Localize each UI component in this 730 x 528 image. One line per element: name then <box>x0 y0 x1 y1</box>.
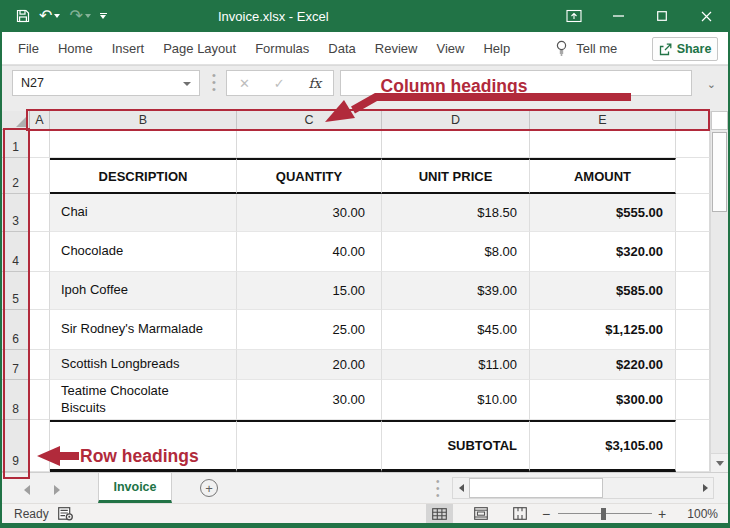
column-header-e[interactable]: E <box>530 111 676 130</box>
cell-f4[interactable] <box>676 232 710 272</box>
normal-view-button[interactable] <box>426 504 453 523</box>
formula-bar-expand-icon[interactable]: ⌄ <box>707 78 716 91</box>
vertical-scrollbar-track[interactable] <box>711 212 728 453</box>
cell-d4[interactable]: $8.00 <box>382 232 530 272</box>
close-button[interactable] <box>684 0 728 32</box>
name-box[interactable]: N27 <box>12 70 200 96</box>
page-break-preview-button[interactable] <box>506 504 533 523</box>
cell-a5[interactable] <box>30 272 50 310</box>
tab-formulas[interactable]: Formulas <box>255 41 309 56</box>
cell-f3[interactable] <box>676 194 710 232</box>
column-header-c[interactable]: C <box>237 111 382 130</box>
insert-function-icon[interactable]: fx <box>308 75 321 91</box>
cell-b1[interactable] <box>50 130 237 158</box>
vertical-scrollbar-thumb[interactable] <box>712 132 727 212</box>
tell-me-box[interactable]: Tell me <box>555 40 617 56</box>
cell-e9-subtotal-amount[interactable]: $3,105.00 <box>530 420 676 472</box>
cell-f6[interactable] <box>676 310 710 350</box>
cell-e2-amount-header[interactable]: AMOUNT <box>530 158 676 194</box>
cell-d6[interactable]: $45.00 <box>382 310 530 350</box>
cell-e8[interactable]: $300.00 <box>530 380 676 420</box>
cell-f1[interactable] <box>676 130 710 158</box>
scroll-left-button[interactable] <box>453 478 469 498</box>
cell-b3[interactable]: Chai <box>50 194 237 232</box>
name-box-dropdown-icon[interactable] <box>183 82 191 86</box>
cell-c3[interactable]: 30.00 <box>237 194 382 232</box>
vertical-scrollbar[interactable] <box>710 111 728 472</box>
undo-dropdown-icon[interactable] <box>54 14 60 18</box>
ribbon-display-options-button[interactable] <box>552 0 596 32</box>
share-button[interactable]: Share <box>652 37 718 61</box>
cell-c7[interactable]: 20.00 <box>237 350 382 380</box>
column-header-d[interactable]: D <box>382 111 530 130</box>
cell-a9[interactable] <box>30 420 50 472</box>
cell-a6[interactable] <box>30 310 50 350</box>
cell-f8[interactable] <box>676 380 710 420</box>
cell-a7[interactable] <box>30 350 50 380</box>
row-header-3[interactable]: 3 <box>2 194 30 232</box>
previous-sheet-icon[interactable] <box>24 485 30 495</box>
row-header-1[interactable]: 1 <box>2 130 30 158</box>
cell-f7[interactable] <box>676 350 710 380</box>
zoom-level[interactable]: 100% <box>687 507 718 521</box>
cancel-entry-icon[interactable]: ✕ <box>239 76 250 91</box>
confirm-entry-icon[interactable]: ✓ <box>274 76 285 91</box>
cell-f2[interactable] <box>676 158 710 194</box>
scroll-down-button[interactable] <box>711 453 728 472</box>
cell-a3[interactable] <box>30 194 50 232</box>
cell-a2[interactable] <box>30 158 50 194</box>
tab-page-layout[interactable]: Page Layout <box>163 41 236 56</box>
redo-button[interactable]: ↷ <box>69 8 90 24</box>
customize-qat-button[interactable] <box>100 13 107 19</box>
cell-c2-quantity-header[interactable]: QUANTITY <box>237 158 382 194</box>
cell-d7[interactable]: $11.00 <box>382 350 530 380</box>
cell-f5[interactable] <box>676 272 710 310</box>
cell-b4[interactable]: Chocolade <box>50 232 237 272</box>
cell-b2-description-header[interactable]: DESCRIPTION <box>50 158 237 194</box>
minimize-button[interactable] <box>596 0 640 32</box>
cell-e6[interactable]: $1,125.00 <box>530 310 676 350</box>
formula-bar-input[interactable] <box>340 70 692 96</box>
cell-d1[interactable] <box>382 130 530 158</box>
cell-c9[interactable] <box>237 420 382 472</box>
select-all-corner[interactable] <box>2 111 30 130</box>
cell-d3[interactable]: $18.50 <box>382 194 530 232</box>
cell-b5[interactable]: Ipoh Coffee <box>50 272 237 310</box>
cell-f9[interactable] <box>676 420 710 472</box>
scroll-right-button[interactable] <box>697 478 713 498</box>
new-sheet-button[interactable]: + <box>200 479 218 497</box>
horizontal-scrollbar[interactable] <box>452 477 714 499</box>
row-header-8[interactable]: 8 <box>2 380 30 420</box>
redo-dropdown-icon[interactable] <box>85 14 91 18</box>
row-header-2[interactable]: 2 <box>2 158 30 194</box>
tab-help[interactable]: Help <box>483 41 510 56</box>
cell-e1[interactable] <box>530 130 676 158</box>
zoom-in-icon[interactable]: + <box>658 506 666 522</box>
cell-d2-unit-price-header[interactable]: UNIT PRICE <box>382 158 530 194</box>
cell-c1[interactable] <box>237 130 382 158</box>
zoom-out-icon[interactable]: − <box>542 506 550 522</box>
column-header-a[interactable]: A <box>30 111 50 130</box>
cell-a1[interactable] <box>30 130 50 158</box>
row-header-4[interactable]: 4 <box>2 232 30 272</box>
row-header-9[interactable]: 9 <box>2 420 30 472</box>
column-header-b[interactable]: B <box>50 111 237 130</box>
cell-a8[interactable] <box>30 380 50 420</box>
cell-e5[interactable]: $585.00 <box>530 272 676 310</box>
cell-e4[interactable]: $320.00 <box>530 232 676 272</box>
horizontal-scrollbar-thumb[interactable] <box>469 478 603 498</box>
tab-data[interactable]: Data <box>328 41 355 56</box>
row-header-5[interactable]: 5 <box>2 272 30 310</box>
save-icon[interactable] <box>16 9 30 23</box>
cell-a4[interactable] <box>30 232 50 272</box>
row-header-6[interactable]: 6 <box>2 310 30 350</box>
cell-d5[interactable]: $39.00 <box>382 272 530 310</box>
cell-c6[interactable]: 25.00 <box>237 310 382 350</box>
sheet-tab-invoice[interactable]: Invoice <box>98 473 172 503</box>
maximize-button[interactable] <box>640 0 684 32</box>
cell-b7[interactable]: Scottish Longbreads <box>50 350 237 380</box>
cell-b8[interactable]: Teatime Chocolate Biscuits <box>50 380 237 420</box>
tab-home[interactable]: Home <box>58 41 93 56</box>
cell-b9[interactable] <box>50 420 237 472</box>
undo-button[interactable]: ↶ <box>39 8 60 24</box>
